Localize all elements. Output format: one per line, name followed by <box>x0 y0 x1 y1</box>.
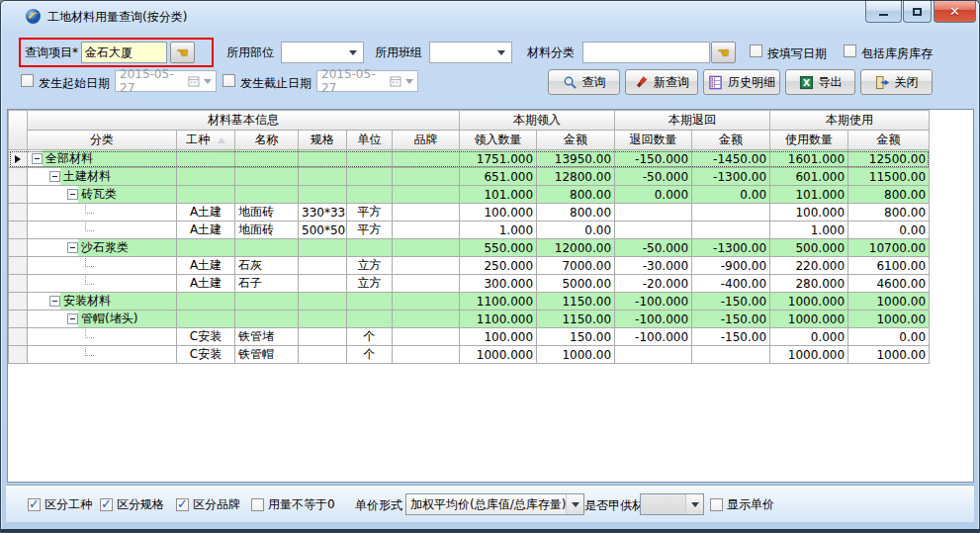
footer-option[interactable]: 区分规格 <box>100 496 164 513</box>
chevron-down-icon <box>572 502 579 507</box>
table-row[interactable]: C安装铁管堵个100.000150.00-100.000-150.000.000… <box>9 328 930 346</box>
row-indicator <box>9 311 28 328</box>
collapse-icon[interactable] <box>49 296 60 307</box>
collapse-icon[interactable] <box>67 242 78 253</box>
collapse-icon[interactable] <box>67 189 78 200</box>
column-header[interactable]: 退回数量 <box>615 131 692 150</box>
cell-name: 地面砖 <box>235 204 299 222</box>
cell-ret_amt <box>692 222 770 239</box>
column-header[interactable]: 金额 <box>692 131 770 150</box>
show-price-option[interactable]: 显示单价 <box>710 496 774 513</box>
cell-name <box>235 186 299 204</box>
collapse-icon[interactable] <box>32 153 43 164</box>
footer-checkbox[interactable] <box>100 498 113 511</box>
column-header[interactable]: 金额 <box>848 131 930 150</box>
minimize-button[interactable] <box>865 1 902 23</box>
team-label: 所用班组 <box>375 44 422 61</box>
footer-option[interactable]: 区分工种 <box>28 496 92 513</box>
category-cell <box>28 346 177 364</box>
cell-use_amt: 1000.00 <box>848 311 930 328</box>
include-warehouse-label: 包括库房库存 <box>861 45 933 62</box>
collapse-icon[interactable] <box>67 313 78 324</box>
collapse-icon[interactable] <box>49 171 60 182</box>
cell-use_amt: 11500.00 <box>848 168 930 186</box>
footer-checkbox-label: 区分规格 <box>117 496 164 513</box>
group-header: 材料基本信息 <box>28 111 460 131</box>
table-row[interactable]: 管帽(堵头)1100.0001150.00-100.000-150.001000… <box>9 311 930 328</box>
category-cell: 全部材料 <box>28 150 177 168</box>
cell-unit: 平方 <box>347 222 393 239</box>
team-dropdown[interactable] <box>429 42 512 63</box>
table-row[interactable]: 全部材料1751.00013950.00-150.000-1450.001601… <box>9 150 930 168</box>
end-date-field[interactable]: 2015-05-27 <box>316 70 418 92</box>
history-detail-button[interactable]: 历史明细 <box>703 69 780 95</box>
table-row[interactable]: C安装铁管帽个1000.0001000.001000.0001000.00 <box>9 346 930 364</box>
category-label: 沙石浆类 <box>78 239 176 256</box>
cell-brand <box>393 275 460 293</box>
show-price-label: 显示单价 <box>727 496 774 513</box>
footer-checkbox[interactable] <box>28 498 41 511</box>
cell-ret_amt: -150.00 <box>692 328 770 346</box>
query-button[interactable]: 查询 <box>548 69 620 95</box>
part-dropdown[interactable] <box>281 42 364 63</box>
table-row[interactable]: A土建地面砖500*500平方1.0000.001.0000.00 <box>9 222 930 239</box>
table-row[interactable]: 土建材料651.00012800.00-50.000-1300.00601.00… <box>9 168 930 186</box>
minimize-icon <box>879 13 888 16</box>
column-header[interactable]: 分类 <box>28 131 177 150</box>
footer-checkbox[interactable] <box>251 498 264 511</box>
project-picker-button[interactable]: ☚ <box>170 42 195 63</box>
column-header[interactable]: 使用数量 <box>770 131 848 150</box>
table-row[interactable]: A土建石灰立方250.0007000.00-30.000-900.00220.0… <box>9 257 930 275</box>
cell-in_qty: 250.000 <box>460 257 537 275</box>
query-button-label: 查询 <box>582 74 606 91</box>
by-fill-date-checkbox[interactable] <box>750 44 762 57</box>
close-button[interactable]: ✕ <box>934 1 976 23</box>
column-header[interactable]: 规格 <box>299 131 347 150</box>
start-date-field[interactable]: 2015-05-27 <box>115 70 217 92</box>
start-date-checkbox[interactable] <box>21 74 34 87</box>
cell-name: 石子 <box>235 275 299 293</box>
new-query-button[interactable]: 新查询 <box>625 69 698 95</box>
owner-supply-dropdown[interactable] <box>640 493 704 515</box>
cell-in_qty: 651.000 <box>460 168 537 186</box>
material-class-picker-button[interactable]: ☚ <box>711 42 736 63</box>
column-header[interactable]: 工种 <box>177 131 235 150</box>
column-header[interactable]: 领入数量 <box>460 131 537 150</box>
export-button[interactable]: X 导出 <box>785 69 855 95</box>
column-header[interactable]: 品牌 <box>393 131 460 150</box>
grid-table: 材料基本信息 本期领入 本期退回 本期使用分类工种名称规格单位品牌领入数量金额退… <box>8 110 930 364</box>
table-row[interactable]: 沙石浆类550.00012000.00-50.000-1300.00500.00… <box>9 239 930 257</box>
table-row[interactable]: 砖瓦类101.000800.000.0000.00101.000800.00 <box>9 186 930 204</box>
close-window-button[interactable]: 关闭 <box>860 69 933 95</box>
title-bar[interactable]: 工地材料用量查询(按分类) ✕ <box>1 1 979 31</box>
show-price-checkbox[interactable] <box>710 498 723 511</box>
cell-work: C安装 <box>177 328 235 346</box>
column-header[interactable]: 单位 <box>347 131 393 150</box>
svg-text:X: X <box>802 77 810 88</box>
material-class-input[interactable] <box>582 42 710 63</box>
search-icon <box>563 75 578 90</box>
materials-grid[interactable]: 材料基本信息 本期领入 本期退回 本期使用分类工种名称规格单位品牌领入数量金额退… <box>7 109 974 483</box>
table-row[interactable]: 安装材料1100.0001150.00-100.000-150.001000.0… <box>9 293 930 311</box>
table-row[interactable]: A土建地面砖330*330平方100.000800.00100.000800.0… <box>9 204 930 222</box>
include-warehouse-checkbox[interactable] <box>844 44 856 57</box>
query-project-input[interactable] <box>81 42 167 63</box>
footer-option[interactable]: 用量不等于0 <box>251 496 335 513</box>
end-date-checkbox[interactable] <box>223 74 235 87</box>
footer-checkbox[interactable] <box>176 498 189 511</box>
material-class-label: 材料分类 <box>527 44 575 61</box>
dropdown-button <box>566 494 583 514</box>
chevron-down-icon <box>691 502 699 507</box>
footer-option[interactable]: 区分品牌 <box>176 496 240 513</box>
cell-in_qty: 300.000 <box>460 275 537 293</box>
cell-use_amt: 1000.00 <box>848 293 930 311</box>
price-form-dropdown[interactable]: 加权平均价(总库值/总库存量) <box>405 493 584 515</box>
cell-name: 石灰 <box>235 257 299 275</box>
end-date-value: 2015-05-27 <box>321 67 390 95</box>
cell-use_qty: 1.000 <box>770 222 848 239</box>
maximize-button[interactable] <box>903 1 932 23</box>
column-header[interactable]: 名称 <box>235 131 299 150</box>
maximize-icon <box>913 8 922 16</box>
column-header[interactable]: 金额 <box>537 131 615 150</box>
table-row[interactable]: A土建石子立方300.0005000.00-20.000-400.00280.0… <box>9 275 930 293</box>
